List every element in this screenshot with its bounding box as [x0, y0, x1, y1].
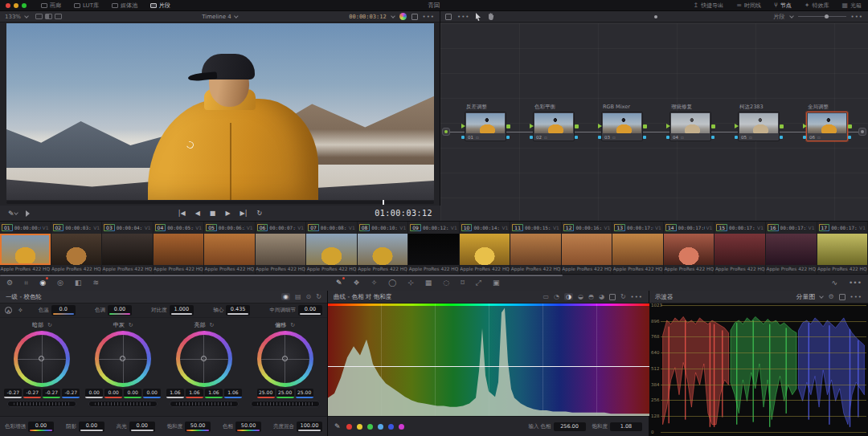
panel-options-icon[interactable]: •••	[850, 294, 862, 300]
page-switcher-item[interactable]: ✦ 特效库	[798, 0, 836, 11]
viewer-options-icon[interactable]: •••	[423, 14, 435, 20]
timeline-selector[interactable]: Timeline 4	[202, 14, 231, 20]
color-wheel[interactable]	[257, 331, 313, 387]
clip-item[interactable]: 06 00:00:07:06 V1 Apple ProRes 422 HQ	[256, 222, 307, 274]
source-input-node[interactable]	[442, 128, 450, 136]
wheel-reset-icon[interactable]: ↻	[47, 322, 52, 328]
node-key-output[interactable]	[848, 136, 851, 139]
wheel-reset-icon[interactable]: ↻	[129, 322, 133, 328]
clip-thumbnail[interactable]	[510, 234, 561, 265]
node-box[interactable]: 03▫	[601, 112, 643, 141]
step-back-button[interactable]: ◀	[195, 210, 200, 217]
clip-item[interactable]: 15 00:00:17:11 V1 Apple ProRes 422 HQ	[714, 222, 766, 274]
hue-swatch-dot[interactable]	[399, 424, 404, 430]
clip-item[interactable]: 10 00:00:14:15 V1 Apple ProRes 422 HQ	[460, 222, 511, 274]
scope-settings-icon[interactable]: ⚙	[828, 293, 833, 300]
node-output-connector[interactable]	[643, 124, 647, 128]
lum-vs-sat-icon[interactable]: ◓	[588, 293, 594, 300]
node-key-input[interactable]	[666, 136, 669, 139]
page-switcher-item[interactable]: ▦ 光箱	[835, 0, 868, 11]
menubar-item[interactable]: 画廊	[35, 0, 68, 11]
node-input-connector[interactable]	[666, 124, 673, 128]
sat-vs-sat-icon[interactable]: ◕	[599, 293, 604, 300]
split-mode-icon[interactable]	[45, 14, 52, 19]
color-wheel[interactable]	[14, 331, 70, 387]
color-warper-icon[interactable]: ❖	[354, 278, 360, 287]
clip-item[interactable]: 08 00:00:10:17 V1 Apple ProRes 422 HQ	[358, 222, 409, 274]
hue-swatch-dot[interactable]	[388, 424, 394, 430]
wheel-crosshair[interactable]	[201, 356, 207, 361]
viewer-zoom-level[interactable]: 133%	[5, 14, 21, 20]
auto-balance-icon[interactable]: A	[5, 307, 12, 314]
zoom-window-button[interactable]	[22, 3, 27, 8]
clip-thumbnail[interactable]	[817, 234, 868, 265]
node-input-connector[interactable]	[735, 124, 741, 128]
param-value[interactable]: 0.00	[28, 422, 54, 432]
tracker-icon[interactable]: ⊹	[407, 278, 414, 287]
camera-raw-icon[interactable]: ⚙	[6, 278, 13, 287]
clip-thumbnail[interactable]	[460, 234, 510, 265]
reset-panel-icon[interactable]: ↻	[620, 293, 626, 300]
param-value[interactable]: 50.00	[235, 422, 261, 432]
field-value[interactable]: 256.00	[554, 422, 586, 431]
chevron-down-icon[interactable]	[234, 14, 239, 18]
chevron-down-icon[interactable]	[820, 294, 825, 299]
rgb-mixer-icon[interactable]: ◧	[75, 278, 82, 287]
page-switcher-item[interactable]: ⑂ 节点	[768, 0, 798, 11]
node-nav-indicator[interactable]	[654, 15, 657, 18]
node-output-connector[interactable]	[848, 124, 852, 128]
clip-thumbnail[interactable]	[714, 234, 765, 265]
menubar-item[interactable]: 媒体池	[105, 0, 144, 11]
node-key-input[interactable]	[461, 136, 465, 139]
menubar-item[interactable]: LUT库	[68, 0, 105, 11]
wheel-value[interactable]: 1.06	[224, 389, 242, 398]
param-value[interactable]: 0.00	[108, 305, 132, 316]
clip-thumbnail[interactable]	[154, 234, 204, 265]
param-value[interactable]: 0.435	[226, 305, 250, 316]
wheel-value[interactable]: 0.00	[85, 389, 103, 398]
node-zoom-slider[interactable]	[798, 16, 846, 17]
expand-panel-icon[interactable]	[609, 294, 616, 300]
wheel-value[interactable]: 0.00	[143, 389, 161, 398]
playhead[interactable]	[383, 200, 384, 205]
clip-item[interactable]: 17 00:00:17:21 V1 Apple ProRes 422 HQ	[817, 222, 868, 274]
expand-panel-icon[interactable]	[445, 14, 452, 20]
wheel-crosshair[interactable]	[282, 356, 288, 361]
node-graph[interactable]: 反差调整01▫色彩平衡02▫RGB Mixer03▫瑕疵修复04▫柯达23830…	[440, 23, 868, 221]
log-mode-icon[interactable]: ⊙	[306, 293, 312, 300]
param-value[interactable]: 0.00	[298, 305, 322, 316]
next-clip-button[interactable]: ▶|	[240, 210, 248, 217]
node-box[interactable]: 04▫	[669, 112, 711, 141]
clip-thumbnail[interactable]	[766, 234, 817, 265]
wheel-value[interactable]: 1.06	[205, 389, 223, 398]
node-box[interactable]: 06▫	[806, 112, 848, 141]
param-value[interactable]: 0.00	[79, 422, 104, 432]
scope-mode-selector[interactable]: 分量图	[796, 292, 815, 301]
node-key-output[interactable]	[643, 136, 646, 139]
node-options-icon[interactable]: •••	[851, 14, 863, 20]
pan-tool-icon[interactable]	[487, 13, 494, 20]
wheel-value[interactable]: 0.00	[124, 389, 141, 398]
hdr-wheels-icon[interactable]: ◎	[57, 278, 63, 287]
node-key-output[interactable]	[575, 136, 578, 139]
node-key-output[interactable]	[711, 136, 714, 139]
scopes-icon[interactable]: ∿	[832, 278, 838, 287]
clip-thumbnail[interactable]	[612, 234, 663, 265]
wheel-reset-icon[interactable]: ↻	[209, 322, 214, 328]
node-key-input[interactable]	[530, 136, 533, 139]
sizing-icon[interactable]: ⤢	[476, 278, 481, 287]
wheel-value[interactable]: 1.06	[186, 389, 203, 398]
node-key-input[interactable]	[598, 136, 601, 139]
node-input-connector[interactable]	[803, 124, 809, 128]
more-icon[interactable]: •••	[849, 278, 862, 287]
node-box[interactable]: 02▫	[533, 112, 575, 141]
field-value[interactable]: 1.08	[610, 422, 642, 431]
node-output-connector[interactable]	[711, 124, 715, 128]
wheel-value[interactable]: -0.27	[43, 389, 60, 398]
node-output-connector[interactable]	[506, 124, 510, 128]
hue-vs-hue-icon[interactable]: ◔	[554, 293, 559, 300]
param-value[interactable]: 1.000	[170, 305, 194, 316]
panel-options-icon[interactable]: •••	[631, 294, 643, 300]
chevron-down-icon[interactable]	[391, 14, 395, 18]
wheel-value[interactable]: 25.00	[296, 389, 313, 398]
